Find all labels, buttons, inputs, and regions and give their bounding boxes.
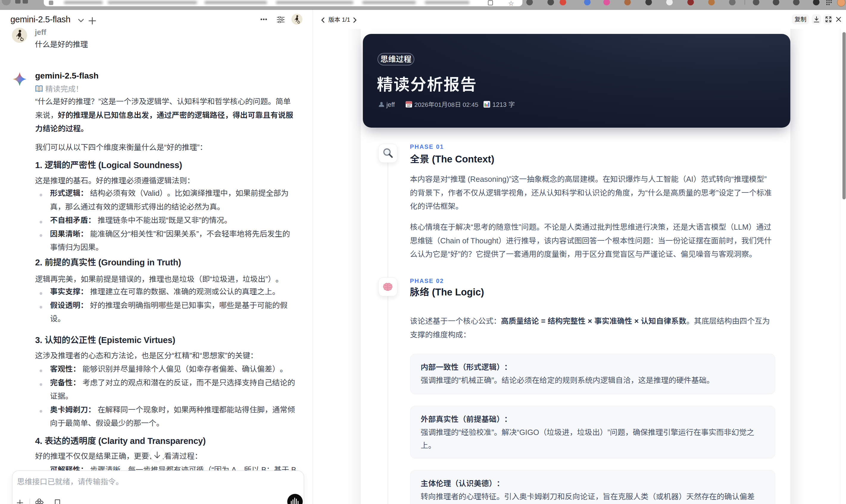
svg-text:17: 17 xyxy=(407,104,411,107)
